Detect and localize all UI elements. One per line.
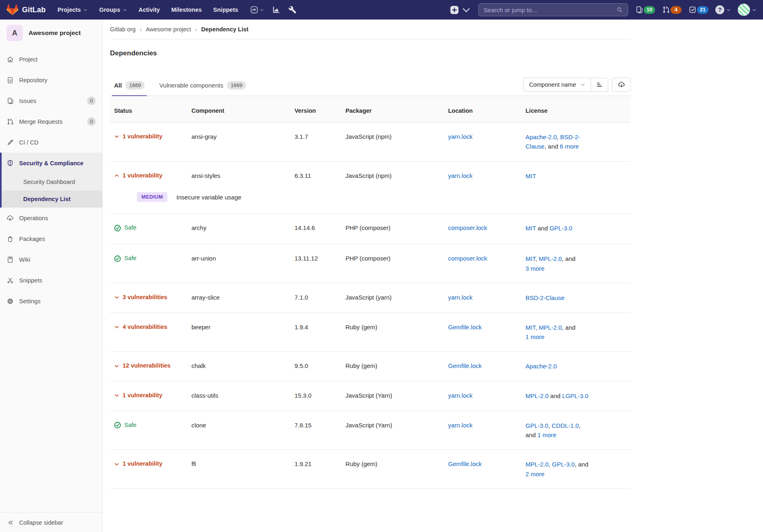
tab-vulnerable-components[interactable]: Vulnerable components 1669 [159,81,246,96]
vulnerability-count-label: 12 vulnerabilities [123,361,171,370]
nav-menu-milestones[interactable]: Milestones [166,4,207,15]
sidebar-subitem-dependency-list[interactable]: Dependency List [0,190,102,208]
sort-direction-button[interactable] [591,78,608,92]
todos-counter-button[interactable]: 21 [688,6,708,14]
license-link[interactable]: 3 more [526,265,545,272]
issues-counter-button[interactable]: 10 [635,6,655,14]
vulnerability-toggle[interactable]: 1 vulnerability [114,132,163,141]
sidebar-item-settings[interactable]: Settings [0,291,102,311]
vulnerability-toggle[interactable]: 1 vulnerability [114,460,163,469]
collapse-sidebar-button[interactable]: Collapse sidebar [0,512,102,532]
breadcrumb-project-link[interactable]: Awesome project [146,26,191,33]
license-link[interactable]: MPL-2.0 [539,324,562,331]
license-link[interactable]: 1 more [526,333,545,340]
project-context-header[interactable]: A Awesome project [0,20,102,46]
new-item-button[interactable] [449,5,471,15]
charts-button[interactable] [269,4,284,16]
location-link[interactable]: yarn.lock [448,422,473,429]
sidebar-item-repository[interactable]: Repository [0,70,102,90]
location-link[interactable]: composer.lock [448,255,487,262]
issues-icon [7,97,14,105]
vulnerability-toggle[interactable]: 12 vulnerabilities [114,361,171,370]
merge-request-icon [7,118,14,125]
dependency-row: 12 vulnerabilitieschalk9.5.0Ruby (gem)Ge… [110,352,631,381]
sidebar-item-merge-requests[interactable]: Merge Requests0 [0,111,102,132]
location-link[interactable]: composer.lock [448,224,487,231]
vulnerability-toggle[interactable]: 3 vulnerabilities [114,293,167,302]
license-link[interactable]: 2 more [526,471,545,477]
tab-all[interactable]: All 1669 [114,81,145,96]
dependency-row: 1 vulnerabilityansi-gray3.1.7JavaScript … [110,123,631,162]
version-value: 9.5.0 [295,361,345,371]
nav-menu-snippets[interactable]: Snippets [208,4,243,15]
location-link[interactable]: yarn.lock [448,294,473,301]
dashboard-gauge-button[interactable] [247,4,267,16]
location-link[interactable]: yarn.lock [448,392,473,399]
export-dependency-list-button[interactable] [612,78,631,92]
vulnerability-count-label: 4 vulnerabilities [123,323,167,332]
search-input[interactable] [484,7,616,13]
location-link[interactable]: yarn.lock [448,133,473,140]
license-link[interactable]: MPL-2.0 [539,255,562,262]
sidebar-item-wiki[interactable]: Wiki [0,249,102,270]
license-link[interactable]: LGPL-3.0 [562,392,588,399]
column-header-license: License [526,107,631,114]
cloud-gear-icon [7,215,14,222]
license-link[interactable]: BSD-2-Clause [526,294,565,301]
license-link[interactable]: MIT [526,324,535,331]
location-link[interactable]: Gemfile.lock [448,362,482,369]
gitlab-home-link[interactable]: GitLab [7,4,46,16]
license-link[interactable]: CDDL-1.0 [552,422,579,429]
sidebar-item-ci-cd[interactable]: CI / CD [0,132,102,153]
global-search[interactable] [478,3,628,16]
sidebar-item-project[interactable]: Project [0,49,102,70]
sidebar-item-packages[interactable]: Packages [0,228,102,249]
packager-value: JavaScript (Yarn) [345,391,448,401]
license-link[interactable]: MIT [526,225,536,232]
breadcrumb-current-page: Dependency List [201,26,248,33]
license-link[interactable]: MPL-2.0 [526,392,549,399]
status-cell: 3 vulnerabilities [114,293,191,303]
vulnerability-toggle[interactable]: 4 vulnerabilities [114,323,167,332]
user-menu-button[interactable] [738,4,756,16]
sidebar-item-label: Settings [19,298,40,304]
license-link[interactable]: MPL-2.0 [526,461,549,468]
nav-menu-activity[interactable]: Activity [133,4,165,15]
sidebar-item-snippets[interactable]: Snippets [0,270,102,291]
admin-wrench-button[interactable] [285,4,300,16]
location-link[interactable]: Gemfile.lock [448,460,482,467]
column-header-location: Location [448,107,526,114]
navbar-menu: ProjectsGroupsActivityMilestonesSnippets [52,4,243,15]
license-link[interactable]: Apache-2.0 [526,363,557,370]
sidebar-item-security-compliance[interactable]: Security & Compliance [0,153,102,173]
sidebar-item-operations[interactable]: Operations [0,208,102,228]
nav-menu-groups[interactable]: Groups [94,4,132,15]
license-link[interactable]: 6 more [560,143,579,150]
nav-menu-projects[interactable]: Projects [52,4,93,15]
brand-name: GitLab [22,6,46,14]
dependency-row-main: Safeclone7.8.15JavaScript (Yarn)yarn.loc… [110,411,631,450]
vulnerability-toggle[interactable]: 1 vulnerability [114,391,163,400]
breadcrumb-group-link[interactable]: Gitlab org [110,26,136,33]
license-link[interactable]: GPL-3.0 [526,422,548,429]
license-link[interactable]: MIT [526,173,536,180]
license-link[interactable]: 1 more [537,431,556,438]
license-text: and [536,225,550,232]
help-menu-button[interactable]: ? [715,5,731,14]
sidebar-item-issues[interactable]: Issues0 [0,90,102,111]
license-link[interactable]: Apache-2.0 [526,134,557,140]
license-link[interactable]: GPL-3.0 [550,225,572,232]
sidebar-subitem-security-dashboard[interactable]: Security Dashboard [0,173,102,190]
vulnerability-toggle[interactable]: 1 vulnerability [114,171,163,180]
sort-by-dropdown[interactable]: Component name [523,78,591,92]
license-link[interactable]: MIT [526,255,535,262]
version-value: 14.14.6 [295,223,345,233]
nav-menu-label: Groups [99,7,120,13]
license-link[interactable]: GPL-3.0 [552,461,575,468]
column-header-component: Component [191,107,295,114]
license-cell: MIT and GPL-3.0 [526,223,631,233]
location-link[interactable]: Gemfile.lock [448,324,482,331]
location-link[interactable]: yarn.lock [448,172,473,179]
merge-requests-counter-button[interactable]: 4 [662,6,682,14]
sidebar-count-badge: 0 [87,96,96,105]
